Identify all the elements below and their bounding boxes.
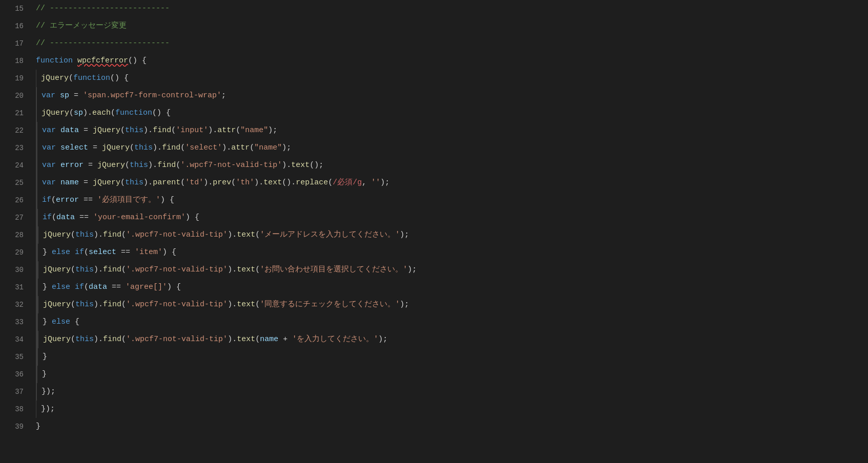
line-number-36: 36 [0, 366, 24, 383]
line-number-15: 15 [0, 0, 24, 17]
token-text-light: sp [74, 109, 83, 117]
token-text-white: ( [121, 265, 126, 274]
code-line-37: }); [36, 383, 868, 401]
token-text-white: ). [254, 178, 263, 187]
token-fn-yellow: attr [217, 126, 236, 135]
token-text-white [73, 56, 77, 65]
token-kw-blue: if [38, 213, 52, 222]
token-text-white: == [107, 283, 126, 291]
token-text-white: () { [110, 74, 129, 82]
token-text-white: ( [176, 161, 180, 170]
token-str-orange: '同意するにチェックをしてください。' [260, 300, 400, 309]
token-text-white: == [75, 213, 93, 222]
token-str-orange: 'th' [236, 178, 254, 187]
token-text-white: ; [221, 91, 226, 100]
token-text-white [55, 91, 60, 100]
token-text-white [56, 143, 60, 152]
token-kw-blue: function [73, 74, 110, 82]
token-text-light: error [56, 196, 79, 204]
token-text-white: { [70, 318, 79, 326]
code-line-31: } else if(data == 'agree[]') { [36, 279, 868, 296]
token-text-white: ( [71, 300, 75, 309]
code-line-24: var error = jQuery(this).find('.wpcf7-no… [36, 157, 868, 174]
token-fn-yellow: prev [213, 178, 231, 187]
token-text-white: ) { [185, 213, 199, 222]
token-text-white [56, 161, 60, 170]
token-text-white: ). [222, 143, 231, 152]
token-str-orange: '.wpcf7-not-valid-tip' [126, 265, 228, 274]
token-text-white: ( [236, 126, 240, 135]
code-line-17: // -------------------------- [36, 35, 868, 52]
code-line-19: jQuery(function() { [36, 70, 868, 87]
token-fn-yellow: jQuery [37, 109, 69, 117]
line-number-22: 22 [0, 122, 24, 139]
code-line-23: var select = jQuery(this).find('select')… [36, 139, 868, 157]
token-text-white: () { [128, 56, 147, 65]
token-text-white: ); [282, 143, 291, 152]
token-text-white: ). [94, 300, 103, 309]
token-text-white [56, 178, 60, 187]
token-text-white: ( [121, 335, 126, 344]
token-text-light: name [60, 178, 79, 187]
token-text-white: ) { [160, 196, 174, 204]
token-text-white: ( [250, 143, 254, 152]
token-kw-blue: function [115, 109, 152, 117]
token-fn-yellow: jQuery [93, 178, 120, 187]
token-str-orange: 'を入力してください。' [292, 335, 378, 344]
token-text-white: } [36, 422, 40, 431]
token-text-white: ( [255, 230, 260, 239]
token-kw-blue: if [37, 196, 51, 204]
token-fn-yellow: text [263, 178, 282, 187]
token-fn-yellow: wpcfcferror [77, 56, 128, 65]
line-number-33: 33 [0, 313, 24, 331]
token-text-white: ). [94, 335, 103, 344]
token-comment: // -------------------------- [36, 39, 170, 48]
token-text-white: + [278, 335, 292, 344]
code-line-39: } [36, 418, 868, 435]
token-fn-yellow: each [92, 109, 111, 117]
code-line-35: } [36, 348, 868, 366]
token-kw-blue: this [125, 126, 143, 135]
code-line-20: var sp = 'span.wpcf7-form-control-wrap'; [36, 87, 868, 104]
token-text-white: ( [255, 335, 260, 344]
token-text-white: ( [84, 283, 89, 291]
code-line-32: jQuery(this).find('.wpcf7-not-valid-tip'… [36, 296, 868, 313]
code-line-33: } else { [36, 313, 868, 331]
token-text-white: ( [121, 230, 126, 239]
token-text-light: select [60, 143, 88, 152]
token-text-white: } [38, 283, 52, 291]
token-str-orange: "name" [240, 126, 268, 135]
token-fn-yellow: find [162, 143, 180, 152]
token-str-orange: '' [371, 178, 380, 187]
code-line-28: jQuery(this).find('.wpcf7-not-valid-tip'… [36, 226, 868, 244]
code-line-34: jQuery(this).find('.wpcf7-not-valid-tip'… [36, 331, 868, 348]
token-text-white: ). [228, 300, 237, 309]
code-line-15: // -------------------------- [36, 0, 868, 17]
line-number-30: 30 [0, 261, 24, 279]
token-text-white: ( [71, 335, 75, 344]
line-number-18: 18 [0, 52, 24, 70]
code-line-30: jQuery(this).find('.wpcf7-not-valid-tip'… [36, 261, 868, 279]
line-numbers: 1516171819202122232425262728293031323334… [0, 0, 32, 463]
token-fn-yellow: parent [153, 178, 180, 187]
token-text-light: data [89, 283, 107, 291]
token-text-white: ). [94, 230, 103, 239]
token-comment: // エラーメッセージ変更 [36, 22, 127, 30]
token-kw-blue: function [36, 56, 73, 65]
token-kw-blue: else if [52, 248, 84, 257]
token-str-orange: 'メールアドレスを入力してください。' [260, 230, 400, 239]
token-kw-blue: this [75, 230, 94, 239]
token-text-white: () { [152, 109, 171, 117]
code-editor: 1516171819202122232425262728293031323334… [0, 0, 868, 463]
token-text-white: ( [121, 300, 126, 309]
code-line-25: var name = jQuery(this).parent('td').pre… [36, 174, 868, 192]
token-kw-blue: this [75, 300, 94, 309]
token-str-orange: '.wpcf7-not-valid-tip' [126, 230, 228, 239]
token-str-orange: "name" [254, 143, 282, 152]
token-fn-yellow: text [237, 300, 255, 309]
line-number-26: 26 [0, 192, 24, 209]
line-number-23: 23 [0, 139, 24, 157]
code-content[interactable]: // -------------------------- // エラーメッセー… [32, 0, 868, 463]
token-str-orange: '必須項目です。' [97, 196, 160, 204]
line-number-32: 32 [0, 296, 24, 313]
